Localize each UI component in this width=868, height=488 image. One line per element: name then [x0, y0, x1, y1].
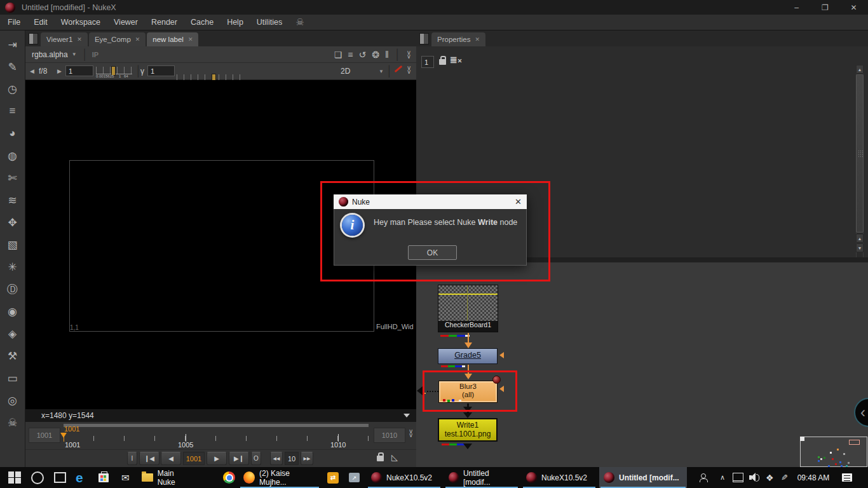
- pause-icon[interactable]: ‖: [385, 50, 389, 60]
- panel-count-input[interactable]: 1: [421, 56, 434, 68]
- tab-viewer1[interactable]: Viewer1✕: [41, 32, 88, 46]
- remote-desktop-button[interactable]: ↗: [344, 467, 364, 488]
- step-forward-button[interactable]: ▶▶: [301, 452, 313, 465]
- menu-edit[interactable]: Edit: [34, 18, 48, 27]
- store-button[interactable]: [94, 467, 113, 488]
- gain-next-icon[interactable]: ▶: [57, 68, 62, 74]
- particles-icon[interactable]: ✳: [3, 257, 22, 276]
- gain-prev-icon[interactable]: ◀: [30, 68, 34, 74]
- views-icon[interactable]: ◉: [3, 302, 22, 321]
- taskbar-untitled-2-active[interactable]: Untitled [modif...: [599, 467, 687, 488]
- ip-toggle[interactable]: IP: [92, 51, 98, 58]
- stack-icon[interactable]: ≡: [348, 50, 353, 60]
- panel-menu-icon[interactable]: [419, 33, 429, 44]
- color-icon[interactable]: ◕: [3, 124, 22, 143]
- task-view-button[interactable]: [50, 467, 71, 488]
- range-start-input[interactable]: 1001: [29, 428, 60, 443]
- scrollbar-thumb[interactable]: [856, 74, 864, 233]
- tab-properties[interactable]: Properties ✕: [431, 32, 485, 46]
- minimap[interactable]: [800, 437, 867, 467]
- node-graph[interactable]: CheckerBoard1 Grade5 Blur3 (all): [416, 262, 868, 467]
- node-checkerboard1[interactable]: CheckerBoard1: [438, 285, 498, 332]
- node-blur3[interactable]: Blur3 (all): [438, 381, 498, 403]
- scroll-up-button[interactable]: ▲: [856, 234, 864, 243]
- tab-close-icon[interactable]: ✕: [77, 36, 82, 43]
- timeline-ticks[interactable]: [64, 436, 369, 441]
- 3d-icon[interactable]: ▧: [3, 235, 22, 254]
- read-node-icon[interactable]: ⇥: [3, 35, 22, 54]
- timeline-scrollbar[interactable]: [64, 424, 369, 427]
- draw-icon[interactable]: ✎: [3, 57, 22, 76]
- taskbar-untitled-1[interactable]: Untitled [modif...: [444, 467, 519, 488]
- dialog-title-bar[interactable]: Nuke ✕: [334, 194, 527, 209]
- panel-collapse-arrow[interactable]: ‹: [854, 398, 868, 427]
- close-button[interactable]: ✕: [839, 0, 868, 15]
- node-grade5[interactable]: Grade5: [438, 348, 498, 364]
- mail-button[interactable]: ✉: [117, 467, 134, 488]
- menu-file[interactable]: File: [8, 18, 20, 27]
- menu-cache[interactable]: Cache: [191, 18, 214, 27]
- dialog-close-icon[interactable]: ✕: [515, 197, 522, 207]
- skull-menu-icon[interactable]: ☠: [295, 17, 304, 28]
- taskbar-nukex-2[interactable]: NukeX10.5v2: [522, 467, 597, 488]
- menu-utilities[interactable]: Utilities: [257, 18, 282, 27]
- wipe-icon[interactable]: ❏: [334, 50, 342, 60]
- teamviewer-button[interactable]: ⇄: [323, 467, 343, 488]
- channel-icon[interactable]: ≡: [3, 102, 22, 121]
- gain-input[interactable]: 1: [65, 65, 93, 76]
- gamma-input[interactable]: 1: [147, 65, 175, 76]
- time-icon[interactable]: ◷: [3, 79, 22, 98]
- node-write1[interactable]: Write1 test.1001.png: [438, 418, 498, 442]
- notification-center-icon[interactable]: [837, 467, 857, 488]
- metadata-icon[interactable]: ◈: [3, 324, 22, 343]
- menu-render[interactable]: Render: [151, 18, 177, 27]
- skull-toolbar-icon[interactable]: ☠: [3, 413, 22, 432]
- channel-selector[interactable]: rgba.alpha: [32, 50, 68, 59]
- set-in-button[interactable]: I: [127, 452, 137, 465]
- people-tray-icon[interactable]: [695, 467, 714, 488]
- chevron-double-icon[interactable]: [409, 430, 413, 437]
- scroll-down-button[interactable]: ▼: [856, 243, 864, 252]
- next-keyframe-button[interactable]: ▶❙: [229, 452, 249, 465]
- edge-button[interactable]: e: [71, 467, 88, 488]
- refresh-icon[interactable]: ↺: [358, 50, 366, 60]
- chevron-double-icon[interactable]: [407, 51, 411, 58]
- tab-new-label[interactable]: new label✕: [147, 32, 198, 46]
- prev-frame-button[interactable]: ◀: [161, 452, 181, 465]
- hidden-icons-chevron[interactable]: ∧: [715, 467, 729, 488]
- set-out-button[interactable]: O: [251, 452, 261, 465]
- range-end-input[interactable]: 1010: [374, 428, 405, 443]
- minimize-button[interactable]: –: [782, 0, 811, 15]
- deep-icon[interactable]: Ⓓ: [3, 280, 22, 299]
- view-mode-selector[interactable]: 2D: [341, 67, 350, 76]
- properties-lock-icon[interactable]: [439, 59, 446, 65]
- menu-help[interactable]: Help: [227, 18, 243, 27]
- render-region-icon[interactable]: ❂: [372, 50, 379, 60]
- chrome-button[interactable]: [219, 467, 240, 488]
- firefox-button[interactable]: (2) Kaise Mujhe...: [239, 467, 320, 488]
- restore-button[interactable]: ❐: [811, 0, 839, 15]
- prev-keyframe-button[interactable]: ❙◀: [139, 452, 159, 465]
- keyer-icon[interactable]: ✄: [3, 168, 22, 187]
- furnace-icon[interactable]: ◎: [3, 391, 22, 410]
- chevron-down-icon[interactable]: ▼: [72, 51, 77, 57]
- play-button[interactable]: ▶: [207, 452, 227, 465]
- gain-slider[interactable]: 0.0015625 1 64: [96, 67, 132, 74]
- panel-menu-icon[interactable]: [29, 33, 38, 44]
- ok-button[interactable]: OK: [408, 245, 457, 260]
- fps-meter-icon[interactable]: ◺: [391, 452, 398, 462]
- tab-close-icon[interactable]: ✕: [188, 36, 193, 43]
- chevron-down-icon[interactable]: ▼: [379, 69, 384, 74]
- roi-brush-icon[interactable]: [395, 65, 403, 72]
- chevron-double-icon[interactable]: [407, 66, 411, 74]
- tab-eye-comp[interactable]: Eye_Comp✕: [89, 32, 146, 46]
- cortana-button[interactable]: [27, 467, 48, 488]
- taskbar-nukex-1[interactable]: NukeX10.5v2: [367, 467, 442, 488]
- lock-range-icon[interactable]: [377, 456, 384, 461]
- toolsets-icon[interactable]: ⚒: [3, 346, 22, 365]
- start-button[interactable]: [4, 467, 25, 488]
- dropbox-tray-icon[interactable]: ❖: [761, 467, 778, 488]
- step-back-button[interactable]: ◀◀: [270, 452, 283, 465]
- close-all-panels-icon[interactable]: ≣✕: [450, 55, 462, 65]
- scroll-up-button[interactable]: ▲: [856, 65, 864, 74]
